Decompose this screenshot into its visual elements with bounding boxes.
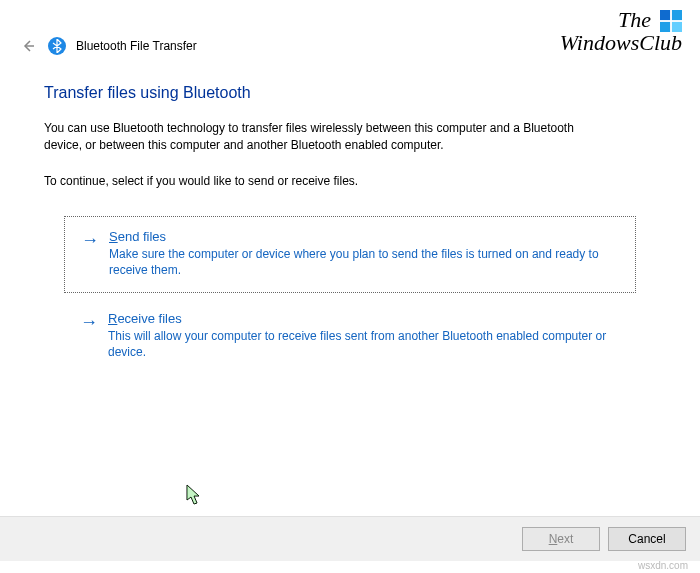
windows-logo-icon xyxy=(660,10,682,32)
continue-text: To continue, select if you would like to… xyxy=(44,174,656,188)
svg-rect-3 xyxy=(672,22,682,32)
cancel-button[interactable]: Cancel xyxy=(608,527,686,551)
option-send-desc: Make sure the computer or device where y… xyxy=(109,246,619,278)
option-send-files[interactable]: → Send files Make sure the computer or d… xyxy=(64,216,636,293)
site-watermark-logo: The WindowsClub xyxy=(560,8,682,54)
back-arrow-icon xyxy=(20,38,36,54)
mouse-cursor-icon xyxy=(186,484,204,506)
back-button[interactable] xyxy=(18,36,38,56)
svg-rect-2 xyxy=(660,22,670,32)
svg-rect-1 xyxy=(672,10,682,20)
option-receive-title: Receive files xyxy=(108,311,620,326)
button-bar: Next Cancel xyxy=(0,516,700,561)
intro-text: You can use Bluetooth technology to tran… xyxy=(44,120,584,154)
window-title: Bluetooth File Transfer xyxy=(76,39,197,53)
site-url-watermark: wsxdn.com xyxy=(638,560,688,571)
page-heading: Transfer files using Bluetooth xyxy=(44,84,656,102)
next-button: Next xyxy=(522,527,600,551)
svg-rect-0 xyxy=(660,10,670,20)
option-send-body: Send files Make sure the computer or dev… xyxy=(109,229,619,278)
option-send-title: Send files xyxy=(109,229,619,244)
option-receive-body: Receive files This will allow your compu… xyxy=(108,311,620,360)
option-receive-desc: This will allow your computer to receive… xyxy=(108,328,620,360)
option-receive-files[interactable]: → Receive files This will allow your com… xyxy=(64,299,636,374)
bluetooth-icon xyxy=(48,37,66,55)
arrow-right-icon: → xyxy=(80,313,98,331)
wizard-content: Transfer files using Bluetooth You can u… xyxy=(0,56,700,374)
watermark-line1: The xyxy=(618,7,651,32)
arrow-right-icon: → xyxy=(81,231,99,249)
watermark-line2: WindowsClub xyxy=(560,31,682,54)
